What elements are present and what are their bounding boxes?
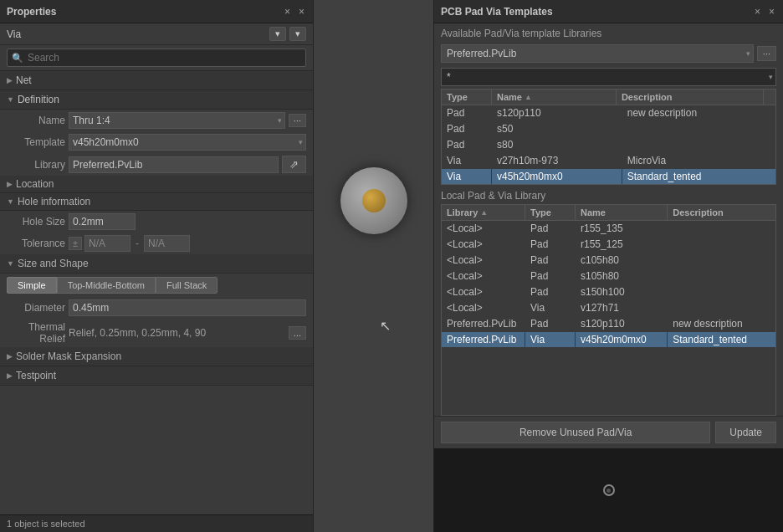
ltd-lib-6: Preferred.PvLib xyxy=(442,316,525,331)
preview-area xyxy=(434,448,783,532)
hole-size-label: Hole Size xyxy=(7,216,65,228)
location-triangle: ▶ xyxy=(7,180,13,188)
ltd-name-3: s105h80 xyxy=(576,269,668,284)
ltd-type-5: Via xyxy=(525,300,576,315)
filter-wrapper: * ▾ xyxy=(441,68,776,86)
via-circle xyxy=(340,167,407,234)
ltd-type-2: Pad xyxy=(525,253,576,268)
solder-mask-section[interactable]: ▶ Solder Mask Expansion xyxy=(0,347,313,366)
td-type-0: Pad xyxy=(442,105,492,120)
via-controls: ▾ ▾ xyxy=(269,27,306,41)
td-type-3: Via xyxy=(442,153,492,168)
name-dots-btn[interactable]: ··· xyxy=(289,114,306,127)
template-select-wrapper: v45h20m0mx0 ▾ xyxy=(69,134,306,151)
th-scroll xyxy=(764,90,775,105)
thermal-label: Thermal Relief xyxy=(7,321,65,345)
search-input[interactable] xyxy=(7,49,306,67)
ltd-name-2: c105h80 xyxy=(576,253,668,268)
search-wrapper: 🔍 xyxy=(7,49,306,67)
thermal-row: Thermal Relief Relief, 0.25mm, 0.25mm, 4… xyxy=(0,319,313,347)
tab-full-stack[interactable]: Full Stack xyxy=(156,277,218,294)
status-bar: 1 object is selected xyxy=(0,514,313,532)
definition-section[interactable]: ▼ Definition xyxy=(0,90,313,110)
diameter-input[interactable] xyxy=(69,299,306,316)
lib-menu-btn[interactable]: ··· xyxy=(757,46,776,61)
hole-size-input[interactable] xyxy=(69,213,136,230)
properties-close-btn[interactable]: × xyxy=(297,6,306,18)
templates-pin-btn[interactable]: × xyxy=(753,6,762,18)
td-type-2: Pad xyxy=(442,137,492,152)
avail-row-2[interactable]: Pad s80 xyxy=(442,137,775,153)
avail-row-3[interactable]: Via v27h10m-973 MicroVia xyxy=(442,153,775,169)
hole-triangle: ▼ xyxy=(7,197,14,206)
tolerance-label: Tolerance xyxy=(7,238,65,249)
avail-row-4[interactable]: Via v45h20m0mx0 Standard_tented xyxy=(442,169,775,184)
local-row-0[interactable]: <Local> Pad r155_135 xyxy=(442,221,775,237)
hole-info-section[interactable]: ▼ Hole information xyxy=(0,193,313,211)
local-row-2[interactable]: <Local> Pad c105h80 xyxy=(442,253,775,269)
lth-desc: Description xyxy=(668,205,775,220)
library-select[interactable]: Preferred.PvLib xyxy=(441,44,754,63)
ltd-type-4: Pad xyxy=(525,284,576,299)
properties-header-controls: × × xyxy=(283,6,306,18)
properties-header: Properties × × xyxy=(0,0,313,23)
templates-header-controls: × × xyxy=(753,6,776,18)
local-row-1[interactable]: <Local> Pad r155_125 xyxy=(442,237,775,253)
tolerance-input2[interactable] xyxy=(144,235,190,252)
name-label: Name xyxy=(7,115,65,126)
avail-table-body: Pad s120p110 new description Pad s50 Pad… xyxy=(442,105,775,184)
library-link-btn[interactable]: ⇗ xyxy=(282,156,306,173)
avail-row-0[interactable]: Pad s120p110 new description xyxy=(442,105,775,121)
filter-btn[interactable]: ▾ xyxy=(269,27,286,41)
cursor-icon: ↖ xyxy=(380,318,391,334)
templates-title: PCB Pad Via Templates xyxy=(441,6,553,18)
tab-top-middle-bottom[interactable]: Top-Middle-Bottom xyxy=(57,277,156,294)
local-row-6[interactable]: Preferred.PvLib Pad s120p110 new descrip… xyxy=(442,316,775,332)
local-label: Local Pad & Via Library xyxy=(434,185,783,204)
library-value: Preferred.PvLib xyxy=(69,156,279,173)
template-select[interactable]: v45h20m0mx0 xyxy=(69,134,306,151)
name-select[interactable]: Thru 1:4 xyxy=(69,112,285,129)
avail-row-1[interactable]: Pad s50 xyxy=(442,121,775,137)
td-type-4: Via xyxy=(442,169,492,184)
def-triangle: ▼ xyxy=(7,95,14,104)
action-row: Remove Unused Pad/Via Update xyxy=(434,416,783,448)
lth-lib: Library ▲ xyxy=(442,205,525,220)
properties-pin-btn[interactable]: × xyxy=(283,6,292,18)
local-row-3[interactable]: <Local> Pad s105h80 xyxy=(442,269,775,284)
library-row: Library Preferred.PvLib ⇗ xyxy=(0,153,313,176)
local-table-header: Library ▲ Type Name Description xyxy=(442,205,775,221)
filter-select[interactable]: * xyxy=(441,68,776,86)
testpoint-triangle: ▶ xyxy=(7,371,13,380)
local-row-4[interactable]: <Local> Pad s150h100 xyxy=(442,284,775,300)
th-name: Name ▲ xyxy=(492,90,617,105)
properties-title: Properties xyxy=(7,6,56,18)
ltd-desc-1 xyxy=(668,243,775,246)
net-section[interactable]: ▶ Net xyxy=(0,71,313,90)
local-row-7[interactable]: Preferred.PvLib Via v45h20m0mx0 Standard… xyxy=(442,332,775,348)
tab-simple[interactable]: Simple xyxy=(7,277,57,294)
location-section[interactable]: ▶ Location xyxy=(0,176,313,193)
properties-panel: Properties × × Via ▾ ▾ 🔍 ▶ Net ▼ Definit… xyxy=(0,0,314,532)
local-table-body: <Local> Pad r155_135 <Local> Pad r155_12… xyxy=(442,221,775,415)
search-icon: 🔍 xyxy=(12,53,23,64)
ltd-lib-0: <Local> xyxy=(442,221,525,236)
ltd-desc-3 xyxy=(668,274,775,278)
thermal-dots-btn[interactable]: ... xyxy=(289,326,306,340)
ltd-desc-6: new description xyxy=(668,316,775,331)
td-name-1: s50 xyxy=(492,121,622,136)
solder-mask-label: Solder Mask Expansion xyxy=(16,350,121,362)
remove-btn[interactable]: Remove Unused Pad/Via xyxy=(441,422,710,443)
diameter-row: Diameter xyxy=(0,297,313,319)
update-btn[interactable]: Update xyxy=(715,422,776,443)
via-menu-btn[interactable]: ▾ xyxy=(289,27,306,41)
ltd-type-0: Pad xyxy=(525,221,576,236)
local-row-5[interactable]: <Local> Via v127h71 xyxy=(442,300,775,316)
templates-close-btn[interactable]: × xyxy=(767,6,776,18)
library-label: Library xyxy=(7,159,65,171)
tol-pm: ± xyxy=(69,237,82,250)
tolerance-input[interactable] xyxy=(84,235,130,252)
testpoint-section[interactable]: ▶ Testpoint xyxy=(0,366,313,386)
net-label: Net xyxy=(16,74,32,86)
size-shape-section[interactable]: ▼ Size and Shape xyxy=(0,254,313,274)
